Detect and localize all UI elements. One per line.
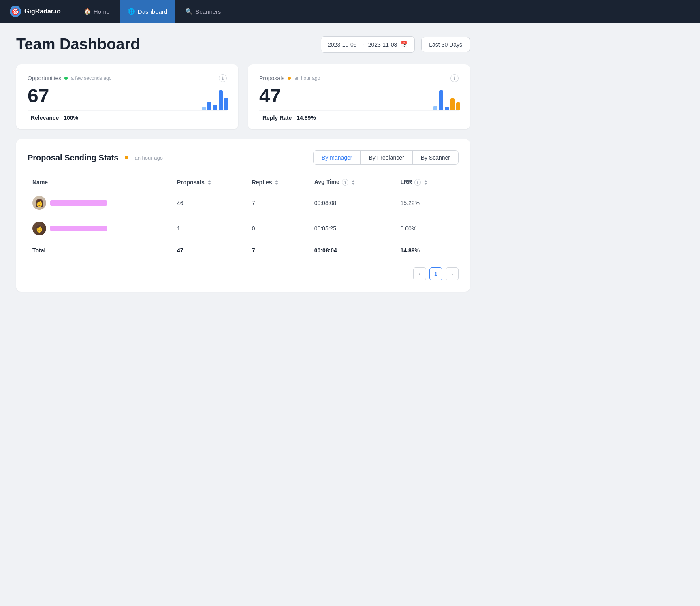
tab-by-freelancer[interactable]: By Freelancer bbox=[361, 151, 412, 164]
row1-replies: 7 bbox=[247, 190, 309, 216]
stats-table: Name Proposals Replies Avg Time ℹ bbox=[28, 175, 459, 259]
bar-5 bbox=[224, 98, 228, 110]
nav-scanners-label: Scanners bbox=[195, 8, 221, 15]
row2-avg-time: 00:05:25 bbox=[309, 216, 396, 241]
navbar: 🎯 GigRadar.io 🏠 Home 🌐 Dashboard 🔍 Scann… bbox=[0, 0, 700, 23]
nav-item-dashboard[interactable]: 🌐 Dashboard bbox=[120, 0, 175, 23]
nav-dashboard-label: Dashboard bbox=[138, 8, 167, 15]
pagination-next[interactable]: › bbox=[446, 267, 459, 280]
total-replies: 7 bbox=[247, 241, 309, 260]
cards-row: Opportunities a few seconds ago ℹ 67 Rel… bbox=[16, 64, 470, 129]
opportunities-status-dot bbox=[64, 77, 68, 80]
total-avg-time: 00:08:04 bbox=[309, 241, 396, 260]
col-name-label: Name bbox=[32, 179, 48, 186]
table-header-row-el: Name Proposals Replies Avg Time ℹ bbox=[28, 175, 459, 190]
avg-time-sort-icon bbox=[352, 180, 355, 185]
proposals-sort-icon bbox=[208, 180, 211, 185]
col-proposals[interactable]: Proposals bbox=[172, 175, 247, 190]
bar-1 bbox=[202, 107, 206, 110]
opportunities-header: Opportunities a few seconds ago ℹ bbox=[28, 74, 227, 82]
main-content: Team Dashboard 2023-10-09 → 2023-11-08 📅… bbox=[0, 23, 486, 305]
opportunities-chart bbox=[202, 85, 228, 110]
name-redacted-1 bbox=[50, 200, 107, 206]
nav-logo[interactable]: 🎯 GigRadar.io bbox=[10, 6, 61, 17]
opportunities-time: a few seconds ago bbox=[71, 75, 111, 81]
row2-lrr: 0.00% bbox=[396, 216, 459, 241]
scanners-icon: 🔍 bbox=[185, 8, 193, 15]
nav-home-label: Home bbox=[94, 8, 110, 15]
row2-proposals: 1 bbox=[172, 216, 247, 241]
row2-replies: 0 bbox=[247, 216, 309, 241]
row1-name-cell: 👩 bbox=[28, 190, 172, 216]
row1-proposals: 46 bbox=[172, 190, 247, 216]
proposals-info-icon[interactable]: ℹ bbox=[450, 74, 459, 82]
row1-lrr: 15.22% bbox=[396, 190, 459, 216]
bar-2 bbox=[207, 102, 211, 110]
proposals-footer: Reply Rate 14.89% bbox=[259, 110, 459, 121]
col-avg-time[interactable]: Avg Time ℹ bbox=[309, 175, 396, 190]
bar-4 bbox=[219, 90, 223, 110]
stats-tab-buttons: By manager By Freelancer By Scanner bbox=[313, 150, 459, 165]
row1-avg-time: 00:08:08 bbox=[309, 190, 396, 216]
nav-item-home[interactable]: 🏠 Home bbox=[75, 0, 118, 23]
pbar-4 bbox=[450, 98, 455, 110]
nav-logo-text: GigRadar.io bbox=[24, 8, 61, 15]
pbar-3 bbox=[445, 107, 449, 110]
avg-time-info-icon[interactable]: ℹ bbox=[342, 179, 348, 186]
pbar-5 bbox=[456, 102, 460, 110]
stats-time: an hour ago bbox=[134, 155, 162, 161]
avatar-1: 👩 bbox=[32, 196, 46, 210]
replies-sort-icon bbox=[275, 180, 278, 185]
opportunities-info-icon[interactable]: ℹ bbox=[219, 74, 227, 82]
last-days-button[interactable]: Last 30 Days bbox=[421, 37, 470, 52]
name-cell-1: 👩 bbox=[32, 196, 167, 210]
page-title: Team Dashboard bbox=[16, 36, 314, 53]
col-lrr[interactable]: LRR ℹ bbox=[396, 175, 459, 190]
pagination-prev[interactable]: ‹ bbox=[413, 267, 426, 280]
tab-by-scanner[interactable]: By Scanner bbox=[413, 151, 458, 164]
date-arrow-icon: → bbox=[360, 42, 365, 47]
stats-status-dot bbox=[125, 156, 128, 159]
pbar-1 bbox=[433, 106, 438, 110]
pagination-page-1[interactable]: 1 bbox=[429, 267, 442, 280]
nav-item-scanners[interactable]: 🔍 Scanners bbox=[177, 0, 229, 23]
total-row: Total 47 7 00:08:04 14.89% bbox=[28, 241, 459, 260]
col-lrr-label: LRR bbox=[401, 179, 412, 185]
opportunities-footer-label: Relevance bbox=[31, 115, 59, 121]
calendar-icon: 📅 bbox=[400, 41, 408, 48]
col-avg-time-label: Avg Time bbox=[314, 179, 339, 185]
opportunities-footer: Relevance 100% bbox=[28, 110, 227, 121]
proposals-label: Proposals bbox=[259, 75, 284, 81]
total-proposals: 47 bbox=[172, 241, 247, 260]
proposal-stats-section: Proposal Sending Stats an hour ago By ma… bbox=[16, 139, 470, 292]
proposals-value: 47 bbox=[259, 85, 459, 107]
bar-3 bbox=[213, 105, 217, 110]
pbar-2 bbox=[439, 90, 443, 110]
opportunities-card: Opportunities a few seconds ago ℹ 67 Rel… bbox=[16, 64, 238, 129]
opportunities-value: 67 bbox=[28, 85, 227, 107]
tab-by-manager[interactable]: By manager bbox=[314, 151, 361, 164]
total-lrr: 14.89% bbox=[396, 241, 459, 260]
table-row: 👩 46 7 00:08:08 15.22% bbox=[28, 190, 459, 216]
proposals-chart bbox=[433, 85, 460, 110]
home-icon: 🏠 bbox=[83, 8, 91, 15]
nav-logo-icon: 🎯 bbox=[10, 6, 21, 17]
date-start: 2023-10-09 bbox=[328, 41, 357, 48]
total-label: Total bbox=[28, 241, 172, 260]
table-head: Name Proposals Replies Avg Time ℹ bbox=[28, 175, 459, 190]
col-replies[interactable]: Replies bbox=[247, 175, 309, 190]
proposals-status-dot bbox=[288, 77, 291, 80]
lrr-sort-icon bbox=[424, 180, 427, 185]
date-range-picker[interactable]: 2023-10-09 → 2023-11-08 📅 bbox=[321, 36, 415, 53]
col-name: Name bbox=[28, 175, 172, 190]
table-body: 👩 46 7 00:08:08 15.22% 👩 bbox=[28, 190, 459, 259]
col-proposals-label: Proposals bbox=[177, 179, 205, 186]
name-redacted-2 bbox=[50, 226, 107, 231]
table-header-row: Proposal Sending Stats an hour ago By ma… bbox=[28, 150, 459, 165]
row2-name-cell: 👩 bbox=[28, 216, 172, 241]
name-cell-2: 👩 bbox=[32, 222, 167, 235]
proposals-time: an hour ago bbox=[294, 75, 320, 81]
table-row: 👩 1 0 00:05:25 0.00% bbox=[28, 216, 459, 241]
lrr-info-icon[interactable]: ℹ bbox=[414, 179, 421, 186]
dashboard-icon: 🌐 bbox=[128, 8, 135, 15]
